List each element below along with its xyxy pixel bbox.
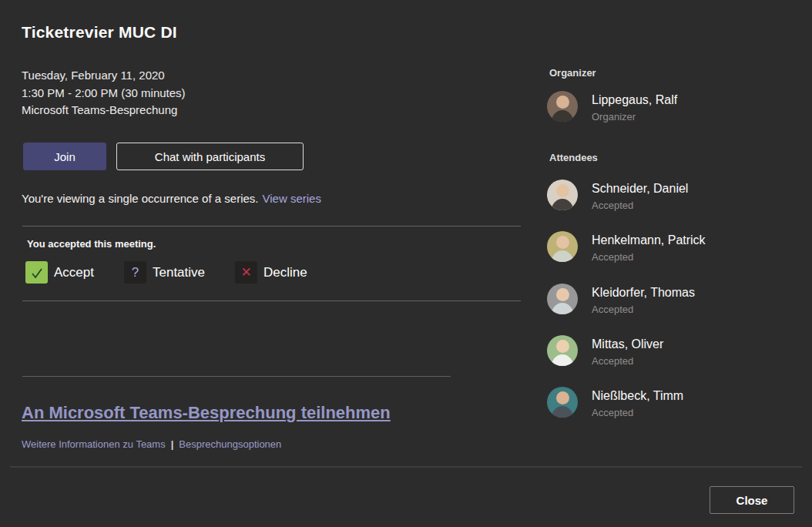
meeting-meta: Tuesday, February 11, 2020 1:30 PM - 2:0… [22, 67, 186, 119]
organizer-role: Organizer [592, 111, 677, 123]
attendee-row: Mittas, Oliver Accepted [547, 335, 663, 367]
rsvp-options: Accept ? Tentative ✕ Decline [25, 261, 337, 284]
action-buttons: Join Chat with participants [23, 143, 304, 170]
attendee-name: Schneider, Daniel [592, 181, 688, 196]
meeting-details-dialog: Ticketrevier MUC DI Tuesday, February 11… [0, 0, 812, 527]
avatar [547, 387, 578, 418]
attendee-status: Accepted [592, 251, 706, 263]
join-button[interactable]: Join [23, 143, 106, 170]
organizer-name: Lippegaus, Ralf [592, 92, 677, 107]
series-note-text: You're viewing a single occurrence of a … [22, 192, 258, 205]
avatar [547, 231, 578, 262]
rsvp-status-text: You accepted this meeting. [27, 238, 156, 250]
teams-join-meeting-link[interactable]: An Microsoft Teams-Besprechung teilnehme… [22, 403, 391, 423]
attendee-name: Mittas, Oliver [592, 337, 663, 351]
x-icon: ✕ [235, 261, 257, 284]
rsvp-decline-label: Decline [263, 265, 307, 280]
attendee-status: Accepted [592, 355, 663, 367]
avatar [547, 180, 578, 210]
rsvp-tentative-option[interactable]: ? Tentative [124, 261, 205, 284]
attendees-section-header: Attendees [549, 152, 598, 163]
series-note: You're viewing a single occurrence of a … [22, 192, 321, 205]
organizer-row: Lippegaus, Ralf Organizer [547, 91, 677, 123]
avatar [547, 335, 578, 366]
divider-rsvp-top [22, 226, 521, 227]
meeting-time: 1:30 PM - 2:00 PM (30 minutes) [22, 85, 186, 102]
question-icon: ? [124, 261, 146, 284]
attendee-status: Accepted [592, 200, 688, 211]
teams-secondary-links: Weitere Informationen zu Teams|Besprechu… [22, 438, 281, 450]
divider-description [22, 376, 451, 377]
attendee-status: Accepted [592, 407, 683, 418]
link-separator: | [171, 438, 174, 450]
avatar [547, 284, 578, 314]
avatar [547, 91, 578, 122]
attendee-row: Schneider, Daniel Accepted [547, 180, 688, 211]
attendee-row: Kleidorfer, Thomas Accepted [547, 284, 695, 315]
view-series-link[interactable]: View series [262, 192, 320, 205]
footer-divider [10, 466, 802, 468]
organizer-section-header: Organizer [549, 67, 596, 79]
meeting-type: Microsoft Teams-Besprechung [22, 102, 186, 119]
attendee-name: Kleidorfer, Thomas [592, 285, 695, 300]
rsvp-decline-option[interactable]: ✕ Decline [235, 261, 307, 284]
divider-rsvp-bottom [22, 300, 521, 301]
meeting-title: Ticketrevier MUC DI [22, 23, 177, 42]
rsvp-accept-option[interactable]: Accept [25, 261, 94, 284]
meeting-options-link[interactable]: Besprechungsoptionen [179, 438, 281, 450]
meeting-date: Tuesday, February 11, 2020 [22, 67, 186, 85]
rsvp-accept-label: Accept [54, 265, 94, 280]
teams-info-link[interactable]: Weitere Informationen zu Teams [22, 438, 166, 450]
attendee-name: Nießlbeck, Timm [592, 388, 683, 403]
check-icon [25, 261, 48, 284]
attendee-status: Accepted [592, 304, 695, 315]
attendee-row: Henkelmann, Patrick Accepted [547, 231, 706, 263]
attendee-name: Henkelmann, Patrick [592, 233, 706, 247]
close-button[interactable]: Close [710, 486, 794, 514]
rsvp-tentative-label: Tentative [153, 265, 205, 280]
chat-with-participants-button[interactable]: Chat with participants [116, 143, 304, 170]
attendee-row: Nießlbeck, Timm Accepted [547, 387, 683, 418]
